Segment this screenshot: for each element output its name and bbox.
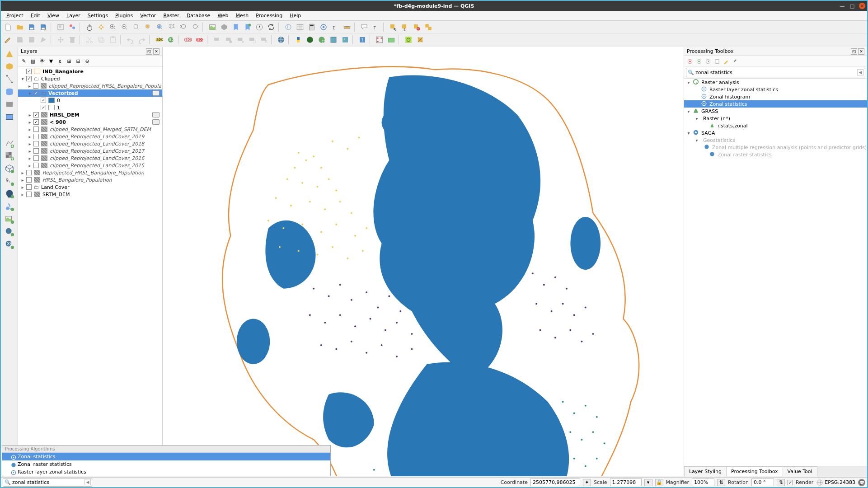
visibility-checkbox[interactable]: [33, 155, 39, 161]
delete-selected-icon[interactable]: [67, 34, 78, 45]
undock-processing-icon[interactable]: ◱: [851, 48, 857, 55]
processing-tree-row[interactable]: ▾GRASS: [684, 108, 867, 115]
measure-icon[interactable]: [342, 22, 352, 33]
help-icon[interactable]: ?: [357, 34, 368, 45]
layer-row[interactable]: ▸clipped_Reprojected_LandCover_2019: [18, 133, 162, 140]
history-icon[interactable]: [704, 57, 712, 66]
copy-icon[interactable]: [96, 34, 107, 45]
magnifier-spinner-icon[interactable]: ⇅: [717, 479, 725, 486]
menu-edit[interactable]: Edit: [27, 12, 44, 19]
cut-icon[interactable]: [84, 34, 95, 45]
zoom-full-icon[interactable]: [131, 22, 142, 33]
expand-icon[interactable]: ▸: [27, 127, 33, 132]
show-label-icon[interactable]: [223, 34, 234, 45]
menu-view[interactable]: View: [44, 12, 63, 19]
render-checkbox[interactable]: [788, 480, 793, 485]
visibility-checkbox[interactable]: [33, 90, 39, 96]
layer-row[interactable]: ▾🗀Clipped: [18, 75, 162, 82]
visibility-checkbox[interactable]: [33, 163, 39, 168]
expand-icon[interactable]: ▸: [27, 134, 33, 139]
add-postgis-icon[interactable]: [3, 188, 16, 200]
menu-settings[interactable]: Settings: [84, 12, 112, 19]
diagram-icon[interactable]: abc: [183, 34, 193, 45]
show-bookmarks-icon[interactable]: [242, 22, 253, 33]
expand-icon[interactable]: ▾: [686, 80, 691, 85]
add-wms-icon[interactable]: [3, 226, 16, 238]
processing-tree-row[interactable]: ▾Raster analysis: [684, 79, 867, 86]
layer-row[interactable]: ▸clipped_Reprojected_LandCover_2015: [18, 162, 162, 169]
deselect-icon[interactable]: [411, 22, 422, 33]
locator-result-item[interactable]: Raster layer zonal statistics: [2, 468, 330, 476]
add-vector-icon[interactable]: [3, 137, 16, 149]
zoom-out-icon[interactable]: [119, 22, 130, 33]
processing-tree-row[interactable]: Raster layer zonal statistics: [684, 86, 867, 93]
undock-panel-icon[interactable]: ◱: [146, 48, 152, 55]
locator-result-item[interactable]: Zonal raster statistics: [2, 460, 330, 468]
layer-row[interactable]: 1: [18, 104, 162, 111]
visibility-checkbox[interactable]: [33, 83, 38, 89]
add-spatialite-icon[interactable]: [3, 201, 16, 212]
layer-row[interactable]: ▾🗀Vectorized: [18, 89, 162, 97]
field-calculator-icon[interactable]: [306, 22, 317, 33]
rotation-spinner-icon[interactable]: ⇅: [777, 479, 785, 486]
osm-heatmap-icon[interactable]: [305, 34, 315, 45]
maptips-icon[interactable]: [359, 22, 370, 33]
expand-icon[interactable]: ▸: [20, 178, 25, 183]
save-as-icon[interactable]: [38, 22, 49, 33]
statistics-icon[interactable]: Σ: [330, 22, 341, 33]
pan-icon[interactable]: [84, 22, 95, 33]
visibility-checkbox[interactable]: [26, 192, 32, 197]
new-memory-icon[interactable]: [3, 99, 16, 110]
plugin-mgr-icon[interactable]: [415, 34, 426, 45]
processing-tree-row[interactable]: Zonal statistics: [684, 100, 867, 108]
expand-icon[interactable]: ▸: [27, 141, 33, 146]
add-raster-icon[interactable]: [3, 150, 16, 162]
attr-paint-icon[interactable]: [386, 34, 397, 45]
rotate-label-icon[interactable]: [247, 34, 258, 45]
layers-tree[interactable]: IND_Bangalore▾🗀Clipped▸clipped_Reproject…: [18, 67, 162, 476]
label-single-icon[interactable]: ab: [165, 34, 176, 45]
osm-download-icon[interactable]: [340, 34, 351, 45]
zoom-native-icon[interactable]: 1:1: [166, 22, 177, 33]
add-xyz-icon[interactable]: xy: [3, 239, 16, 250]
processing-tree-row[interactable]: Zonal raster statistics: [684, 151, 867, 158]
lock-scale-icon[interactable]: 🔒: [655, 479, 663, 486]
metasearch-icon[interactable]: [276, 34, 286, 45]
pan-to-selection-icon[interactable]: [96, 22, 107, 33]
style-manager-icon[interactable]: [67, 22, 78, 33]
new-geopkg-icon[interactable]: [3, 61, 16, 72]
paste-icon[interactable]: [108, 34, 118, 45]
add-feature-icon[interactable]: [26, 34, 37, 45]
visibility-checkbox[interactable]: [33, 127, 39, 132]
style-toggle-icon[interactable]: ✎: [20, 57, 28, 66]
processing-search-input[interactable]: [686, 68, 865, 77]
visibility-checkbox[interactable]: [26, 69, 32, 74]
move-feature-icon[interactable]: [55, 34, 66, 45]
model-icon[interactable]: [686, 57, 694, 66]
expand-icon[interactable]: ▾: [686, 109, 691, 114]
layer-row[interactable]: ▸HRSL_Bangalore_Population: [18, 176, 162, 183]
edit-in-place-icon[interactable]: [722, 57, 730, 66]
layer-row[interactable]: ▸Reprojected_HRSL_Bangalore_Population: [18, 169, 162, 176]
panel-tab[interactable]: Layer Styling: [684, 466, 727, 476]
toolbox-icon[interactable]: [318, 22, 329, 33]
layer-row[interactable]: 0: [18, 97, 162, 104]
add-mesh-icon[interactable]: [3, 163, 16, 174]
script-icon[interactable]: [695, 57, 703, 66]
menu-project[interactable]: Project: [3, 12, 27, 19]
menu-mesh[interactable]: Mesh: [232, 12, 252, 19]
map-canvas[interactable]: [163, 47, 684, 476]
zoom-last-icon[interactable]: [178, 22, 189, 33]
scale-dropdown-icon[interactable]: ▾: [644, 479, 652, 486]
label-abc-icon[interactable]: abc: [154, 34, 164, 45]
expand-icon[interactable]: ▸: [27, 113, 33, 117]
close-processing-icon[interactable]: ✕: [858, 48, 864, 55]
expand-icon[interactable]: ▸: [20, 170, 25, 175]
minimize-icon[interactable]: —: [839, 3, 845, 9]
visibility-checkbox[interactable]: [41, 105, 46, 110]
processing-tree[interactable]: ▾Raster analysisRaster layer zonal stati…: [684, 79, 867, 466]
new-project-icon[interactable]: [3, 22, 14, 33]
layer-row[interactable]: ▸clipped_Reprojected_LandCover_2018: [18, 140, 162, 147]
redo-icon[interactable]: [136, 34, 147, 45]
expand-icon[interactable]: ▾: [20, 76, 25, 81]
